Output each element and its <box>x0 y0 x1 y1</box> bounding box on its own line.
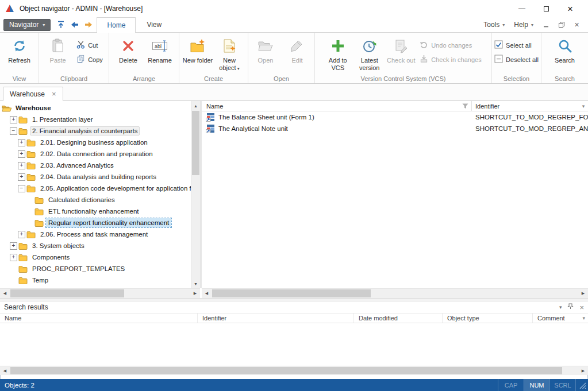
check-out-button[interactable]: Check out <box>386 34 416 73</box>
tree-item[interactable]: + 2.02. Data connection and preparation <box>0 148 191 160</box>
cut-button[interactable]: Cut <box>74 40 105 50</box>
search-results-scrollbar[interactable]: ◀ ▶ <box>0 366 588 375</box>
tree-expand-toggle[interactable]: + <box>18 162 25 169</box>
tree-expand-toggle[interactable]: + <box>18 139 25 146</box>
scroll-down-arrow[interactable]: ▼ <box>191 279 200 288</box>
scroll-left-arrow[interactable]: ◀ <box>0 289 10 298</box>
paste-button[interactable]: Paste <box>43 34 73 73</box>
tree-item[interactable]: − 2.05. Application code development for… <box>0 183 191 194</box>
select-all-label: Select all <box>506 42 532 49</box>
tree-expand-toggle[interactable]: + <box>18 150 25 158</box>
search-button[interactable]: Search <box>549 34 580 73</box>
go-up-button[interactable] <box>54 19 67 31</box>
tree-item[interactable]: Calculated dictionaries <box>0 194 191 206</box>
tree-item[interactable]: + 1. Presentation layer <box>0 114 191 125</box>
tree-item[interactable]: Warehouse <box>0 102 191 114</box>
tree-item[interactable]: − 2. Financial analysis of counterparts <box>0 125 191 137</box>
back-button[interactable] <box>68 19 81 31</box>
scroll-right-arrow[interactable]: ▶ <box>578 366 588 375</box>
tree-expand-toggle[interactable]: + <box>18 173 25 181</box>
tree-item[interactable]: Temp <box>0 274 191 286</box>
tree-horizontal-scrollbar[interactable]: ◀ ▶ <box>0 288 200 298</box>
tools-menu[interactable]: Tools▾ <box>479 19 509 31</box>
list-horizontal-scrollbar[interactable]: ◀ ▶ <box>202 288 588 298</box>
new-folder-icon <box>190 37 206 55</box>
new-object-icon <box>222 37 236 55</box>
new-object-dropdown-icon[interactable]: ▾ <box>237 66 240 71</box>
new-object-button[interactable]: New object▾ <box>214 34 245 73</box>
scroll-left-arrow[interactable]: ◀ <box>0 366 10 375</box>
tree-expand-toggle[interactable]: − <box>10 127 17 135</box>
delete-label: Delete <box>119 57 137 64</box>
scroll-left-arrow[interactable]: ◀ <box>202 289 212 298</box>
search-column-object-type[interactable]: Object type <box>443 313 533 323</box>
panel-close-icon[interactable]: × <box>579 304 584 311</box>
new-folder-button[interactable]: New folder <box>183 34 213 73</box>
column-header-identifier[interactable]: Identifier <box>472 101 579 111</box>
scroll-up-arrow[interactable]: ▲ <box>191 101 200 110</box>
column-header-name[interactable]: Name <box>202 101 472 111</box>
folder-icon <box>34 208 46 215</box>
search-column-identifier[interactable]: Identifier <box>198 313 354 323</box>
tree-item-label: PROC_REPORT_TEMPLATES <box>30 264 127 273</box>
mdi-close-button[interactable]: × <box>569 19 585 30</box>
ribbon-tab-view[interactable]: View <box>137 17 171 32</box>
tree-expand-toggle[interactable]: + <box>10 254 17 261</box>
add-to-vcs-button[interactable]: Add to VCS <box>322 34 353 73</box>
pin-icon[interactable] <box>567 303 574 311</box>
help-menu[interactable]: Help▾ <box>509 19 538 31</box>
select-all-button[interactable]: Select all <box>492 40 541 50</box>
tab-close-icon[interactable]: × <box>52 90 56 98</box>
close-button[interactable]: × <box>558 1 582 17</box>
document-tab-warehouse[interactable]: Warehouse × <box>3 87 63 101</box>
resize-grip[interactable] <box>575 379 588 391</box>
tree-item[interactable]: + 2.06. Process and task management <box>0 229 191 240</box>
deselect-all-button[interactable]: Deselect all <box>492 55 541 64</box>
edit-button[interactable]: Edit <box>282 34 313 73</box>
tree-item[interactable]: PROC_REPORT_TEMPLATES <box>0 263 191 274</box>
tree-item[interactable]: + Components <box>0 251 191 263</box>
search-column-comment[interactable]: Comment <box>533 313 588 323</box>
navigator-menu-button[interactable]: Navigator▾ <box>3 19 51 31</box>
column-options-icon[interactable]: ▾ <box>579 103 588 109</box>
copy-button[interactable]: Copy <box>74 55 105 64</box>
minimize-button[interactable]: — <box>510 1 534 17</box>
tree-item[interactable]: + 2.01. Designing business application <box>0 137 191 148</box>
tree-hscroll-thumb[interactable] <box>10 289 124 297</box>
tree-expand-toggle[interactable]: − <box>18 185 25 192</box>
tree-expand-toggle[interactable]: + <box>10 242 17 250</box>
search-hscroll-thumb[interactable] <box>10 367 562 374</box>
rename-button[interactable]: abl Rename <box>145 34 175 73</box>
tree-expand-toggle[interactable]: + <box>10 116 17 123</box>
ribbon-group-clipboard: Paste Cut Copy Clipboard <box>39 33 109 83</box>
filter-icon[interactable] <box>462 103 468 109</box>
mdi-minimize-button[interactable] <box>538 19 554 30</box>
open-button[interactable]: Open <box>251 34 281 73</box>
list-item[interactable]: The Balance Sheet unit (Form 1) SHORTCUT… <box>202 111 588 123</box>
tree-item[interactable]: Regular report functionality enhancement <box>0 217 191 229</box>
scroll-right-arrow[interactable]: ▶ <box>190 289 200 298</box>
tree-item[interactable]: + 3. System objects <box>0 240 191 251</box>
scroll-right-arrow[interactable]: ▶ <box>578 289 588 298</box>
tree-expand-toggle[interactable]: + <box>18 231 25 238</box>
refresh-button[interactable]: Refresh <box>4 34 34 73</box>
tree-vertical-scrollbar[interactable]: ▲ ▼ <box>191 101 200 288</box>
tree-item[interactable]: ETL functionality enhancement <box>0 206 191 217</box>
check-in-changes-button[interactable]: Check in changes <box>417 55 483 64</box>
latest-version-button[interactable]: Latest version <box>354 34 385 73</box>
search-column-name[interactable]: Name <box>0 313 198 323</box>
delete-button[interactable]: Delete <box>113 34 144 73</box>
tree-vscroll-thumb[interactable] <box>192 111 199 175</box>
column-options-icon[interactable]: ▾ <box>582 313 585 323</box>
tree-item[interactable]: + 2.04. Data analysis and building repor… <box>0 171 191 183</box>
maximize-button[interactable] <box>534 1 558 17</box>
undo-changes-button[interactable]: Undo changes <box>417 40 483 50</box>
list-item[interactable]: The Analytical Note unit SHORTCUT_TO_MOD… <box>202 123 588 134</box>
search-column-date-modified[interactable]: Date modified <box>354 313 443 323</box>
mdi-restore-button[interactable] <box>554 19 569 30</box>
tree-item[interactable]: + 2.03. Advanced Analytics <box>0 160 191 171</box>
ribbon-tab-home[interactable]: Home <box>97 17 136 33</box>
forward-button[interactable] <box>82 19 95 31</box>
list-hscroll-thumb[interactable] <box>212 289 371 297</box>
panel-menu-icon[interactable]: ▾ <box>559 304 562 310</box>
